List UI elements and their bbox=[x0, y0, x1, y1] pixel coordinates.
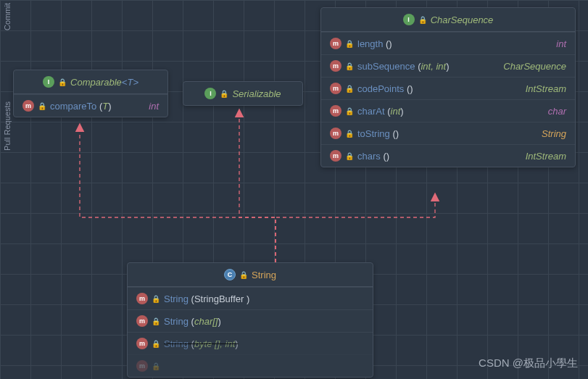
interface-title: Comparable<T> bbox=[70, 77, 138, 88]
method-row: m🔒 chars () IntStream bbox=[321, 144, 575, 167]
return-type: int bbox=[149, 101, 159, 112]
lock-icon: 🔒 bbox=[346, 107, 353, 114]
interface-icon: I bbox=[403, 14, 415, 25]
lock-icon: 🔒 bbox=[346, 40, 353, 47]
constructor-row: m🔒 String (char[]) bbox=[128, 309, 373, 332]
method-row: m🔒 toString () String bbox=[321, 122, 575, 144]
interface-serializable: I 🔒 Serializable bbox=[183, 81, 303, 106]
method-row: m🔒 subSequence (int, int) CharSequence bbox=[321, 54, 575, 77]
ctor-signature: String (byte [], int) bbox=[164, 338, 239, 349]
method-icon: m bbox=[330, 83, 341, 94]
return-type: int bbox=[556, 38, 566, 49]
return-type: char bbox=[548, 106, 566, 117]
method-icon: m bbox=[330, 150, 341, 162]
lock-icon: 🔒 bbox=[220, 90, 228, 97]
method-icon: m bbox=[136, 315, 148, 327]
lock-icon: 🔒 bbox=[346, 130, 353, 137]
method-signature: subSequence (int, int) bbox=[357, 61, 450, 72]
method-row: m 🔒 compareTo (T) int bbox=[14, 94, 167, 117]
box-header: I 🔒 Serializable bbox=[183, 82, 302, 105]
method-icon: m bbox=[330, 38, 341, 49]
method-signature: codePoints () bbox=[357, 83, 413, 94]
lock-icon: 🔒 bbox=[152, 340, 160, 347]
method-row: m🔒 codePoints () IntStream bbox=[321, 77, 575, 99]
return-type: IntStream bbox=[526, 151, 566, 162]
interface-charsequence: I 🔒 CharSequence m🔒 length () int m🔒 sub… bbox=[320, 7, 576, 167]
class-icon: C bbox=[224, 269, 236, 280]
watermark: CSDN @极品小學生 bbox=[479, 357, 578, 370]
interface-icon: I bbox=[43, 76, 54, 88]
class-title: String bbox=[252, 270, 276, 280]
ctor-signature: String (char[]) bbox=[164, 316, 221, 327]
box-header: I 🔒 CharSequence bbox=[321, 8, 575, 32]
lock-icon: 🔒 bbox=[240, 271, 247, 278]
interface-title: Serializable bbox=[232, 88, 281, 99]
interface-comparable: I 🔒 Comparable<T> m 🔒 compareTo (T) int bbox=[13, 70, 168, 117]
interface-icon: I bbox=[204, 88, 216, 99]
box-header: C 🔒 String bbox=[128, 263, 373, 287]
method-icon: m bbox=[136, 360, 148, 372]
return-type: IntStream bbox=[526, 83, 566, 94]
return-type: CharSequence bbox=[503, 61, 566, 72]
method-icon: m bbox=[330, 128, 341, 139]
method-icon: m bbox=[330, 60, 341, 72]
lock-icon: 🔒 bbox=[152, 362, 160, 370]
sidebar-commit-label: Commit bbox=[3, 3, 12, 30]
return-type: String bbox=[542, 128, 566, 139]
ctor-signature: String (StringBuffer ) bbox=[164, 293, 249, 304]
constructor-row: m🔒 String (StringBuffer ) bbox=[128, 287, 373, 309]
method-signature: chars () bbox=[357, 151, 389, 162]
method-signature: compareTo (T) bbox=[50, 101, 112, 112]
lock-icon: 🔒 bbox=[346, 62, 353, 70]
lock-icon: 🔒 bbox=[346, 152, 353, 159]
class-string: C 🔒 String m🔒 String (StringBuffer ) m🔒 … bbox=[127, 262, 373, 378]
lock-icon: 🔒 bbox=[152, 317, 160, 325]
method-row: m🔒 length () int bbox=[321, 32, 575, 54]
sidebar-pullreq-label: Pull Requests bbox=[3, 101, 12, 151]
lock-icon: 🔒 bbox=[59, 78, 66, 86]
method-icon: m bbox=[330, 105, 341, 117]
method-row: m🔒 charAt (int) char bbox=[321, 99, 575, 122]
method-signature: charAt (int) bbox=[357, 106, 404, 117]
constructor-row: m🔒 bbox=[128, 354, 373, 377]
lock-icon: 🔒 bbox=[346, 85, 353, 92]
constructor-row: m🔒 String (byte [], int) bbox=[128, 332, 373, 354]
lock-icon: 🔒 bbox=[419, 16, 426, 23]
method-signature: length () bbox=[357, 38, 392, 49]
lock-icon: 🔒 bbox=[152, 295, 160, 302]
method-icon: m bbox=[22, 100, 34, 112]
method-icon: m bbox=[136, 338, 148, 349]
method-icon: m bbox=[136, 293, 148, 304]
box-header: I 🔒 Comparable<T> bbox=[14, 70, 167, 94]
interface-title: CharSequence bbox=[431, 14, 494, 25]
method-signature: toString () bbox=[357, 128, 399, 139]
lock-icon: 🔒 bbox=[38, 102, 46, 109]
